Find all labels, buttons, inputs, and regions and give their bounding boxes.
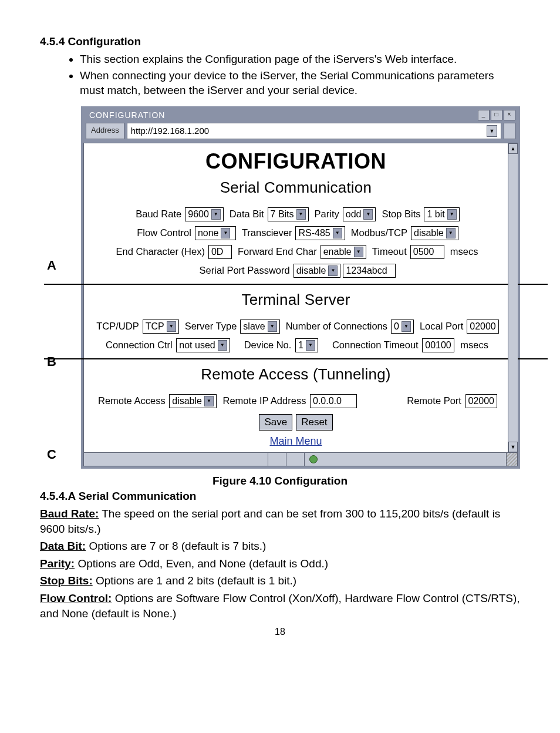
end-char-input[interactable]: 0D	[208, 245, 232, 259]
num-conn-value: 0	[394, 321, 399, 332]
reset-button[interactable]: Reset	[296, 414, 332, 431]
remote-ip-input[interactable]: 0.0.0.0	[310, 394, 357, 408]
server-type-select[interactable]: slave▼	[240, 320, 279, 334]
timeout-unit: msecs	[450, 246, 478, 257]
section-heading: 4.5.4 Configuration	[40, 35, 520, 48]
serial-pwd-state-select[interactable]: disable▼	[294, 264, 341, 278]
chevron-down-icon: ▼	[328, 265, 338, 276]
page-title: CONFIGURATION	[85, 149, 507, 174]
conn-timeout-unit: msecs	[460, 339, 488, 350]
address-bar: Address http://192.168.1.200 ▼	[83, 123, 518, 143]
browser-window: CONFIGURATION _ □ × Address http://192.1…	[81, 106, 520, 469]
parity-select[interactable]: odd▼	[343, 207, 376, 221]
timeout-value: 0500	[413, 247, 434, 257]
intro-list: This section explains the Configuration …	[56, 52, 520, 98]
main-menu-link[interactable]: Main Menu	[85, 435, 507, 448]
network-icon	[305, 453, 322, 466]
conn-timeout-input[interactable]: 00100	[422, 338, 454, 352]
chevron-down-icon: ▼	[211, 209, 221, 220]
status-bar	[83, 452, 518, 466]
stop-bits-select[interactable]: 1 bit▼	[424, 207, 459, 221]
server-type-label: Server Type	[185, 321, 237, 332]
section-letter-a: A	[47, 258, 56, 273]
transciever-value: RS-485	[298, 228, 330, 238]
scroll-down-icon[interactable]: ▼	[508, 442, 518, 452]
conn-timeout-label: Connection Timeout	[332, 339, 419, 350]
transciever-select[interactable]: RS-485▼	[295, 226, 345, 240]
figure-caption: Figure 4.10 Configuration	[40, 475, 520, 487]
page-number: 18	[40, 627, 520, 637]
address-dropdown-icon[interactable]: ▼	[487, 125, 497, 137]
flow-control-value: none	[198, 228, 219, 238]
intro-bullet: This section explains the Configuration …	[80, 52, 520, 67]
tcpudp-select[interactable]: TCP▼	[143, 320, 179, 334]
chevron-down-icon: ▼	[306, 340, 315, 351]
baud-rate-label: Baud Rate	[136, 209, 181, 220]
remote-port-label: Remote Port	[407, 395, 461, 406]
local-port-label: Local Port	[420, 321, 463, 332]
flow-control-term: Flow Control:	[40, 592, 112, 604]
terminal-heading: Terminal Server	[85, 291, 507, 309]
go-button[interactable]	[504, 123, 515, 139]
baud-rate-def: The speed on the serial port and can be …	[40, 507, 500, 535]
remote-ip-label: Remote IP Address	[223, 395, 306, 406]
end-char-label: End Character (Hex)	[116, 246, 205, 257]
definitions: Baud Rate: The speed on the serial port …	[40, 506, 520, 621]
transciever-label: Transciever	[242, 227, 292, 238]
device-no-select[interactable]: 1▼	[295, 338, 318, 352]
conn-ctrl-select[interactable]: not used▼	[176, 338, 230, 352]
local-port-input[interactable]: 02000	[467, 320, 499, 334]
resize-grip-icon[interactable]	[507, 453, 517, 466]
remote-access-value: disable	[172, 396, 202, 406]
close-button[interactable]: ×	[504, 110, 515, 120]
tcpudp-label: TCP/UDP	[96, 321, 139, 332]
remote-heading: Remote Access (Tunneling)	[85, 365, 507, 384]
timeout-input[interactable]: 0500	[410, 245, 444, 259]
chevron-down-icon: ▼	[333, 228, 342, 238]
section-letter-b: B	[47, 354, 56, 369]
remote-ip-value: 0.0.0.0	[313, 396, 342, 406]
fwd-end-char-value: enable	[323, 247, 352, 257]
serial-heading: Serial Communication	[85, 179, 507, 197]
serial-pwd-label: Serial Port Password	[200, 265, 290, 276]
parity-label: Parity	[315, 209, 339, 220]
address-input[interactable]: http://192.168.1.200 ▼	[127, 123, 501, 139]
parity-term: Parity:	[40, 557, 75, 570]
minimize-button[interactable]: _	[478, 110, 490, 120]
remote-port-input[interactable]: 02000	[465, 394, 498, 408]
data-bit-select[interactable]: 7 Bits▼	[268, 207, 309, 221]
num-conn-label: Number of Connections	[286, 321, 387, 332]
stop-bits-def: Options are 1 and 2 bits (default is 1 b…	[93, 574, 296, 587]
scroll-up-icon[interactable]: ▲	[508, 143, 518, 154]
serial-pwd-input[interactable]: 1234abcd	[343, 264, 396, 278]
chevron-down-icon: ▼	[402, 321, 411, 332]
save-button[interactable]: Save	[259, 414, 292, 431]
chevron-down-icon: ▼	[296, 209, 306, 220]
num-conn-select[interactable]: 0▼	[391, 320, 414, 334]
device-no-label: Device No.	[244, 339, 292, 350]
baud-rate-value: 9600	[188, 209, 209, 220]
vertical-scrollbar[interactable]: ▲ ▼	[508, 143, 518, 452]
subsection-heading: 4.5.4.A Serial Communication	[40, 490, 520, 503]
modbus-select[interactable]: disable▼	[411, 226, 458, 240]
end-char-value: 0D	[211, 247, 223, 257]
data-bit-def: Options are 7 or 8 (default is 7 bits.)	[86, 540, 266, 552]
data-bit-term: Data Bit:	[40, 540, 86, 552]
maximize-button[interactable]: □	[491, 110, 502, 120]
data-bit-value: 7 Bits	[271, 209, 294, 220]
baud-rate-select[interactable]: 9600▼	[185, 207, 224, 221]
chevron-down-icon: ▼	[447, 209, 457, 220]
timeout-label: Timeout	[372, 246, 407, 257]
serial-pwd-state-value: disable	[296, 265, 326, 276]
address-label: Address	[86, 123, 124, 139]
chevron-down-icon: ▼	[446, 228, 456, 238]
chevron-down-icon: ▼	[221, 228, 230, 238]
title-bar: CONFIGURATION _ □ ×	[83, 109, 518, 123]
flow-control-select[interactable]: none▼	[195, 226, 236, 240]
remote-access-select[interactable]: disable▼	[169, 394, 217, 408]
fwd-end-char-select[interactable]: enable▼	[321, 245, 366, 259]
page-content: CONFIGURATION Serial Communication Baud …	[83, 143, 508, 452]
chevron-down-icon: ▼	[354, 247, 363, 257]
remote-port-value: 02000	[468, 396, 495, 406]
section-letter-c: C	[47, 447, 56, 462]
